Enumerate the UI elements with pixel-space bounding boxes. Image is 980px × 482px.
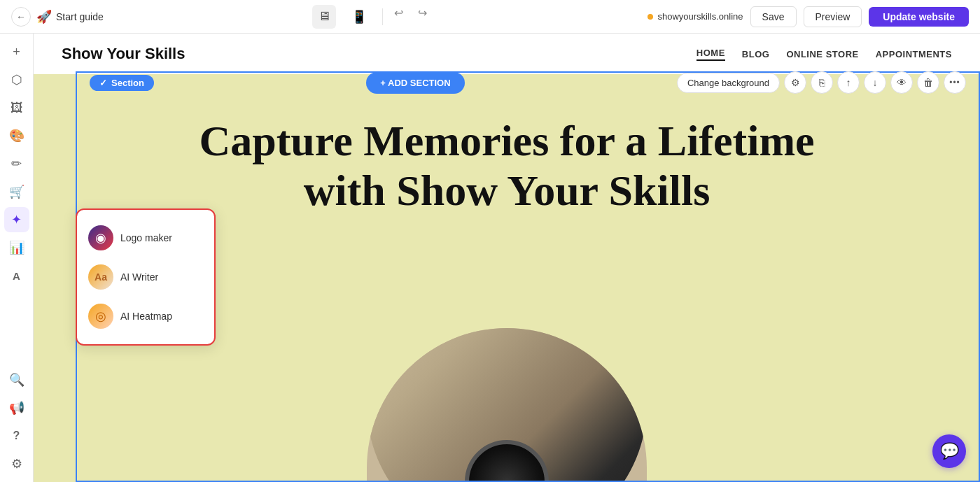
sidebar-item-translate[interactable]: A [4,263,29,288]
ai-heatmap-label: AI Heatmap [120,311,172,322]
settings-icon: ⚙ [11,456,22,472]
desktop-device-button[interactable]: 🖥 [312,5,336,29]
nav-links: HOME BLOG ONLINE STORE APPOINTMENTS [696,48,952,61]
canvas-area: Show Your Skills HOME BLOG ONLINE STORE … [34,34,980,482]
ai-heatmap-icon: ◎ [88,304,113,329]
mobile-icon: 📱 [351,9,367,24]
writer-icon-symbol: Aa [94,271,107,283]
media-icon: 🖼 [10,101,23,115]
eye-icon: 👁 [897,77,906,88]
sidebar-item-add[interactable]: + [4,39,29,64]
website-nav: Show Your Skills HOME BLOG ONLINE STORE … [34,34,980,74]
copy-icon: ⎘ [819,77,825,88]
store-icon: 🛒 [9,184,24,199]
down-arrow-icon: ↓ [873,77,878,88]
sidebar-item-analytics[interactable]: 📊 [4,235,29,260]
hero-title: Capture Memories for a Lifetime with Sho… [199,116,814,216]
site-title: Show Your Skills [62,45,185,63]
topbar-center: 🖥 📱 ↩ ↪ [112,5,640,29]
status-dot [648,14,653,20]
desktop-icon: 🖥 [318,9,330,24]
mobile-device-button[interactable]: 📱 [347,5,371,29]
change-background-button[interactable]: Change background [677,73,780,93]
section-actions: Change background ⚙ ⎘ ↑ ↓ 👁 🗑 [677,71,966,94]
topbar-left: ← 🚀 Start guide [11,7,104,27]
ai-writer-label: AI Writer [120,271,158,283]
marketing-icon: 📢 [9,400,24,416]
redo-button[interactable]: ↪ [418,6,439,27]
section-badge-label: Section [111,78,144,88]
design-icon: 🎨 [9,128,24,143]
logo-icon-symbol: ◉ [95,230,106,246]
help-icon: ? [13,430,20,442]
camera-image [367,328,647,482]
nav-blog[interactable]: BLOG [742,49,770,59]
back-icon: ← [16,11,26,22]
section-copy-button[interactable]: ⎘ [811,71,833,94]
ai-writer-icon: Aa [88,264,113,290]
ai-tools-popup: ◉ Logo maker Aa AI Writer ◎ AI Heatmap [76,208,216,346]
update-website-button[interactable]: Update website [869,7,969,27]
divider [382,8,383,25]
check-icon: ✓ [99,78,107,88]
sidebar-item-design[interactable]: 🎨 [4,123,29,148]
more-icon: ••• [949,78,960,87]
section-visibility-button[interactable]: 👁 [890,71,913,94]
sidebar-item-help[interactable]: ? [4,423,29,448]
sidebar-item-store[interactable]: 🛒 [4,179,29,204]
layers-icon: ⬡ [11,72,22,87]
heatmap-icon-symbol: ◎ [95,309,106,324]
rocket-icon: 🚀 [36,9,52,24]
translate-icon: A [13,270,20,282]
trash-icon: 🗑 [923,77,933,88]
logo-maker-item[interactable]: ◉ Logo maker [77,218,214,257]
preview-button[interactable]: Preview [804,6,862,27]
ai-writer-item[interactable]: Aa AI Writer [77,257,214,297]
section-more-button[interactable]: ••• [944,71,966,94]
nav-store[interactable]: ONLINE STORE [786,49,858,59]
sidebar-item-media[interactable]: 🖼 [4,95,29,120]
sidebar-item-marketing[interactable]: 📢 [4,395,29,420]
logo-maker-label: Logo maker [120,232,172,243]
hero-title-line1: Capture Memories for a Lifetime [199,117,814,164]
analytics-icon: 📊 [9,240,24,255]
nav-home[interactable]: HOME [696,48,725,61]
camera-bg [367,328,647,482]
domain-indicator: showyourskills.online [648,11,743,22]
search-icon: 🔍 [9,372,24,388]
left-sidebar: + ⬡ 🖼 🎨 ✏ 🛒 ✦ 📊 A 🔍 📢 [0,34,34,482]
section-badge[interactable]: ✓ Section [90,75,154,91]
back-button[interactable]: ← [11,7,31,27]
undo-redo-group: ↩ ↪ [394,6,439,27]
section-move-up-button[interactable]: ↑ [837,71,860,94]
chat-icon: 💬 [940,442,959,460]
logo-maker-icon: ◉ [88,225,113,250]
topbar: ← 🚀 Start guide 🖥 📱 ↩ ↪ showyourskills.o… [0,0,980,34]
main-layout: + ⬡ 🖼 🎨 ✏ 🛒 ✦ 📊 A 🔍 📢 [0,34,980,482]
save-button[interactable]: Save [750,6,797,27]
sidebar-item-draw[interactable]: ✏ [4,151,29,176]
camera-lens [465,440,549,482]
draw-icon: ✏ [11,156,22,171]
gear-icon: ⚙ [791,77,800,88]
ai-icon: ✦ [11,212,22,227]
ai-heatmap-item[interactable]: ◎ AI Heatmap [77,297,214,336]
sidebar-item-layers[interactable]: ⬡ [4,67,29,92]
add-section-button[interactable]: + ADD SECTION [366,72,464,94]
topbar-right: showyourskills.online Save Preview Updat… [648,6,969,27]
start-guide[interactable]: 🚀 Start guide [36,9,104,24]
sidebar-item-settings[interactable]: ⚙ [4,451,29,476]
undo-button[interactable]: ↩ [394,6,415,27]
chat-button[interactable]: 💬 [932,434,966,468]
section-settings-button[interactable]: ⚙ [784,71,806,94]
sidebar-item-ai[interactable]: ✦ [4,207,29,232]
section-move-down-button[interactable]: ↓ [864,71,886,94]
domain-text: showyourskills.online [657,11,743,22]
start-guide-label: Start guide [56,11,104,22]
add-icon: + [13,45,20,59]
sidebar-item-search[interactable]: 🔍 [4,367,29,392]
section-delete-button[interactable]: 🗑 [917,71,939,94]
nav-appointments[interactable]: APPOINTMENTS [876,49,952,59]
up-arrow-icon: ↑ [846,77,851,88]
hero-title-line2: with Show Your Skills [304,166,710,214]
